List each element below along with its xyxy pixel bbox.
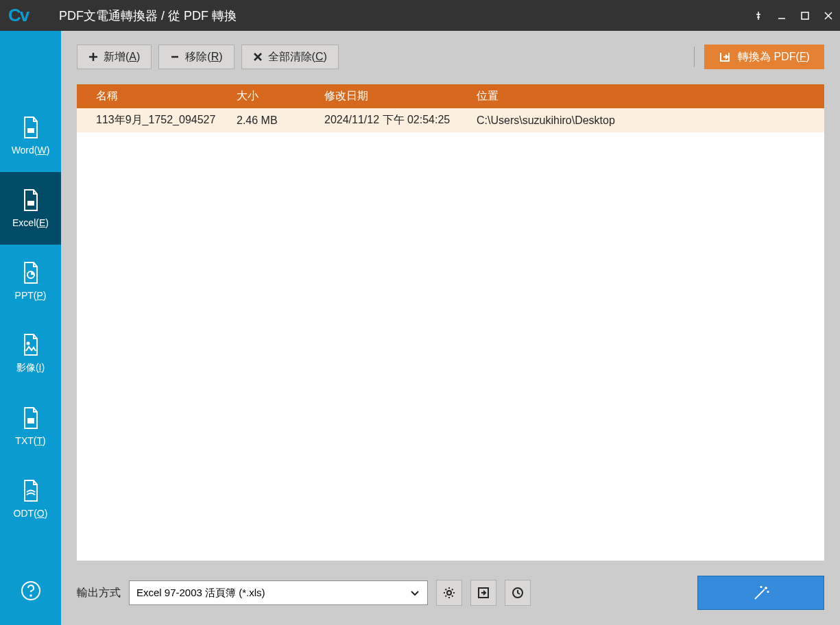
app-logo: Cv (8, 0, 56, 31)
svg-point-11 (447, 591, 451, 595)
sidebar-item-image[interactable]: 影像(I) (0, 317, 61, 390)
table-header: 名稱 大小 修改日期 位置 (77, 84, 824, 108)
cell-size: 2.46 MB (231, 114, 319, 127)
sidebar-item-excel[interactable]: E Excel(E) (0, 172, 61, 245)
output-format-value: Excel 97-2003 活頁簿 (*.xls) (136, 587, 265, 600)
x-icon (253, 52, 263, 62)
divider (694, 47, 695, 67)
clock-icon (511, 586, 525, 600)
history-button[interactable] (505, 580, 531, 606)
image-icon (21, 333, 40, 356)
main-area: 新增(A) 移除(R) 全部清除(C) 轉換為 PDF(F) 名稱 大小 修改日… (61, 31, 840, 625)
sidebar-item-label: Word(W) (12, 145, 50, 156)
app-title: PDF文電通轉換器 / 從 PDF 轉換 (59, 8, 237, 24)
svg-text:E: E (29, 201, 32, 206)
chevron-down-icon (409, 587, 420, 598)
svg-point-10 (30, 595, 32, 596)
maximize-button[interactable] (793, 0, 817, 31)
sidebar-item-ppt[interactable]: PPT(P) (0, 245, 61, 317)
sidebar-item-label: 影像(I) (16, 362, 45, 374)
settings-button[interactable] (436, 580, 462, 606)
help-button[interactable] (0, 556, 61, 625)
col-header-location[interactable]: 位置 (471, 89, 824, 103)
import-icon (477, 586, 490, 600)
sidebar-item-label: Excel(E) (12, 217, 49, 228)
cell-location: C:\Users\suzukihiro\Desktop (471, 114, 824, 127)
convert-to-pdf-button[interactable]: 轉換為 PDF(F) (704, 45, 824, 69)
sidebar-item-txt[interactable]: T TXT(T) (0, 390, 61, 463)
excel-icon: E (21, 188, 40, 212)
sidebar-item-label: PPT(P) (15, 290, 47, 301)
output-format-select[interactable]: Excel 97-2003 活頁簿 (*.xls) (129, 580, 428, 605)
sidebar-item-word[interactable]: W Word(W) (0, 99, 61, 172)
sidebar: W Word(W) E Excel(E) PPT(P) 影像(I) T TXT(… (0, 31, 61, 625)
remove-button[interactable]: 移除(R) (158, 45, 234, 69)
minus-icon (170, 52, 180, 62)
col-header-date[interactable]: 修改日期 (319, 89, 471, 103)
col-header-size[interactable]: 大小 (231, 89, 319, 103)
pin-button[interactable] (747, 0, 770, 31)
svg-text:T: T (29, 419, 32, 423)
output-folder-button[interactable] (470, 580, 496, 606)
sidebar-item-odt[interactable]: ODT(O) (0, 463, 61, 535)
sidebar-item-label: ODT(O) (14, 508, 48, 519)
cell-date: 2024/11/12 下午 02:54:25 (319, 113, 471, 127)
cell-name: 113年9月_1752_094527 (77, 113, 231, 127)
table-row[interactable]: 113年9月_1752_094527 2.46 MB 2024/11/12 下午… (77, 108, 824, 132)
window-controls (747, 0, 840, 31)
close-button[interactable] (817, 0, 840, 31)
clear-all-button[interactable]: 全部清除(C) (241, 45, 339, 69)
svg-rect-0 (802, 12, 808, 19)
svg-point-6 (27, 343, 29, 345)
start-conversion-button[interactable] (697, 576, 824, 610)
word-icon: W (21, 116, 40, 139)
col-header-name[interactable]: 名稱 (77, 89, 231, 103)
minimize-button[interactable] (770, 0, 793, 31)
sidebar-item-label: TXT(T) (15, 435, 45, 446)
ppt-icon (21, 261, 40, 284)
txt-icon: T (21, 406, 40, 430)
export-icon (719, 51, 731, 63)
titlebar: Cv PDF文電通轉換器 / 從 PDF 轉換 (0, 0, 840, 31)
plus-icon (88, 52, 98, 62)
gear-icon (442, 586, 456, 600)
help-icon (21, 580, 41, 601)
file-table: 名稱 大小 修改日期 位置 113年9月_1752_094527 2.46 MB… (77, 84, 824, 561)
output-label: 輸出方式 (77, 586, 121, 600)
svg-text:W: W (28, 128, 33, 133)
add-button[interactable]: 新增(A) (77, 45, 152, 69)
magic-wand-icon (751, 583, 771, 603)
odt-icon (21, 479, 40, 502)
bottom-bar: 輸出方式 Excel 97-2003 活頁簿 (*.xls) (77, 576, 824, 610)
toolbar: 新增(A) 移除(R) 全部清除(C) 轉換為 PDF(F) (77, 45, 824, 69)
